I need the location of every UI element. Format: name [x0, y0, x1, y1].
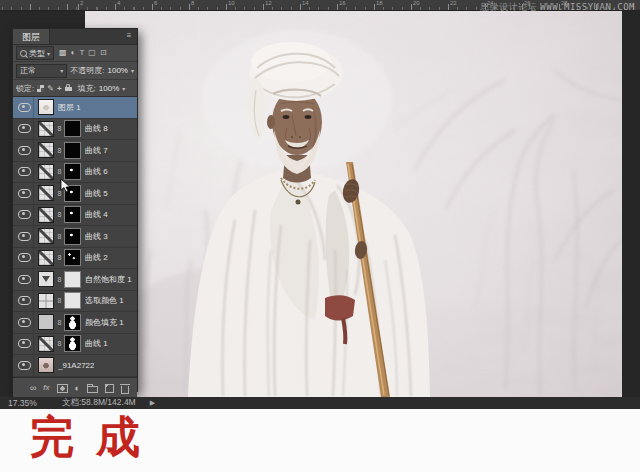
layer-row[interactable]: 8 曲线 6 — [13, 162, 137, 184]
layers-panel: 图层 ≡ 类型 ▾ ▩ ◐ T ▢ ⊡ 正常 ▾ 不透明度: 100% ▾ 锁定… — [12, 28, 138, 392]
visibility-toggle[interactable] — [16, 312, 34, 333]
visibility-toggle[interactable] — [16, 140, 34, 161]
chevron-down-icon[interactable]: ▾ — [131, 67, 134, 74]
mask-link-icon: 8 — [57, 168, 62, 175]
layer-name: 曲线 8 — [85, 123, 108, 134]
layer-thumbnail[interactable] — [38, 99, 54, 115]
eye-icon — [18, 296, 31, 305]
filter-pixel-icon[interactable]: ▩ — [59, 49, 67, 57]
layer-row[interactable]: 8 颜色填充 1 — [13, 312, 137, 334]
lock-pixels-icon[interactable]: ✎ — [47, 84, 54, 93]
layer-row[interactable]: 8 曲线 4 — [13, 205, 137, 227]
layer-mask-thumbnail[interactable] — [64, 206, 81, 223]
visibility-toggle[interactable] — [16, 269, 34, 290]
layer-thumbnail[interactable] — [38, 185, 54, 201]
link-layers-icon[interactable]: ∞ — [30, 384, 36, 393]
new-group-icon[interactable] — [87, 386, 98, 393]
lock-position-icon[interactable]: + — [57, 84, 62, 93]
layer-row[interactable]: 8 曲线 7 — [13, 140, 137, 162]
eye-icon — [18, 253, 31, 262]
layer-mask-thumbnail[interactable] — [64, 120, 81, 137]
layer-row[interactable]: 8 曲线 1 — [13, 334, 137, 356]
layer-mask-thumbnail[interactable] — [64, 314, 81, 331]
layer-row[interactable]: 8 曲线 3 — [13, 226, 137, 248]
visibility-toggle[interactable] — [16, 355, 34, 376]
tab-layers[interactable]: 图层 — [13, 29, 50, 44]
layer-row[interactable]: 8 曲线 5 — [13, 183, 137, 205]
layer-mask-thumbnail[interactable] — [64, 292, 81, 309]
visibility-toggle[interactable] — [16, 291, 34, 312]
filter-kind-label: 类型 — [29, 48, 45, 59]
ruler-number: 18 — [376, 0, 383, 6]
filter-smart-icon[interactable]: ⊡ — [100, 49, 107, 57]
mask-link-icon: 8 — [57, 211, 62, 218]
visibility-toggle[interactable] — [16, 119, 34, 140]
layer-row[interactable]: 8 选取颜色 1 — [13, 291, 137, 313]
layer-mask-thumbnail[interactable] — [64, 228, 81, 245]
filter-type-icon[interactable]: T — [79, 49, 84, 57]
ruler-number: 16 — [339, 0, 346, 6]
layer-name: 曲线 1 — [85, 338, 108, 349]
new-adjustment-icon[interactable]: ◐ — [75, 384, 80, 393]
layer-style-icon[interactable]: fx — [43, 384, 49, 392]
filter-kind-dropdown[interactable]: 类型 ▾ — [16, 46, 54, 60]
layer-thumbnail[interactable] — [38, 121, 54, 137]
layer-row[interactable]: 8 _91A2722 — [13, 355, 137, 377]
layer-row[interactable]: 8 自然饱和度 1 — [13, 269, 137, 291]
layer-row[interactable]: 8 图层 1 — [13, 97, 137, 119]
opacity-value[interactable]: 100% — [108, 66, 128, 75]
layer-name: 曲线 6 — [85, 166, 108, 177]
visibility-toggle[interactable] — [16, 248, 34, 269]
eye-icon — [18, 167, 31, 176]
layer-thumbnail[interactable] — [38, 250, 54, 266]
watermark: 思缘设计论坛 WWW.MISSYUAN.COM — [480, 1, 635, 14]
lock-all-icon[interactable] — [65, 84, 72, 92]
visibility-toggle[interactable] — [16, 183, 34, 204]
layer-name: 颜色填充 1 — [85, 317, 124, 328]
layer-thumbnail[interactable] — [38, 164, 54, 180]
lock-label: 锁定: — [16, 83, 34, 94]
layer-thumbnail[interactable] — [38, 207, 54, 223]
mask-link-icon: 8 — [57, 233, 62, 240]
panel-menu-icon[interactable]: ≡ — [121, 29, 137, 44]
filter-shape-icon[interactable]: ▢ — [88, 49, 96, 57]
blend-mode-select[interactable]: 正常 ▾ — [16, 64, 67, 78]
layer-mask-thumbnail[interactable] — [64, 335, 81, 352]
layer-thumbnail[interactable] — [38, 314, 54, 330]
layer-mask-thumbnail[interactable] — [64, 271, 81, 288]
zoom-level-field[interactable]: 17.35% — [8, 398, 52, 408]
layer-row[interactable]: 8 曲线 2 — [13, 248, 137, 270]
fill-label: 填充: — [78, 83, 96, 94]
visibility-toggle[interactable] — [16, 226, 34, 247]
chevron-down-icon[interactable]: ▾ — [122, 85, 125, 92]
layer-mask-thumbnail[interactable] — [64, 142, 81, 159]
layer-thumbnail[interactable] — [38, 336, 54, 352]
filter-adjustment-icon[interactable]: ◐ — [71, 49, 76, 57]
bottom-band: 完成 — [0, 409, 640, 472]
layer-filter-row: 类型 ▾ ▩ ◐ T ▢ ⊡ — [13, 45, 137, 62]
new-layer-icon[interactable] — [105, 384, 114, 393]
layer-thumbnail[interactable] — [38, 271, 54, 287]
layer-thumbnail[interactable] — [38, 228, 54, 244]
fill-value[interactable]: 100% — [99, 84, 119, 93]
mask-link-icon: 8 — [57, 319, 62, 326]
visibility-toggle[interactable] — [16, 162, 34, 183]
canvas[interactable] — [85, 10, 622, 397]
status-menu-arrow-icon[interactable]: ▶ — [150, 399, 155, 407]
add-mask-icon[interactable] — [57, 384, 68, 393]
visibility-toggle[interactable] — [16, 334, 34, 355]
layer-mask-thumbnail[interactable] — [64, 249, 81, 266]
blend-mode-row: 正常 ▾ 不透明度: 100% ▾ — [13, 62, 137, 80]
layer-thumbnail[interactable] — [38, 293, 54, 309]
lock-transparency-icon[interactable] — [37, 85, 44, 92]
ruler-number: 2 — [80, 0, 83, 6]
lock-row: 锁定: ✎ + 填充: 100% ▾ — [13, 80, 137, 97]
layer-thumbnail[interactable] — [38, 142, 54, 158]
delete-layer-icon[interactable] — [121, 386, 129, 394]
visibility-toggle[interactable] — [16, 97, 34, 118]
layer-list: 8 图层 1 8 曲线 8 8 曲线 7 8 曲线 6 8 — [13, 97, 137, 377]
layer-thumbnail[interactable] — [38, 357, 54, 373]
visibility-toggle[interactable] — [16, 205, 34, 226]
mask-link-icon: 8 — [57, 297, 62, 304]
layer-row[interactable]: 8 曲线 8 — [13, 119, 137, 141]
